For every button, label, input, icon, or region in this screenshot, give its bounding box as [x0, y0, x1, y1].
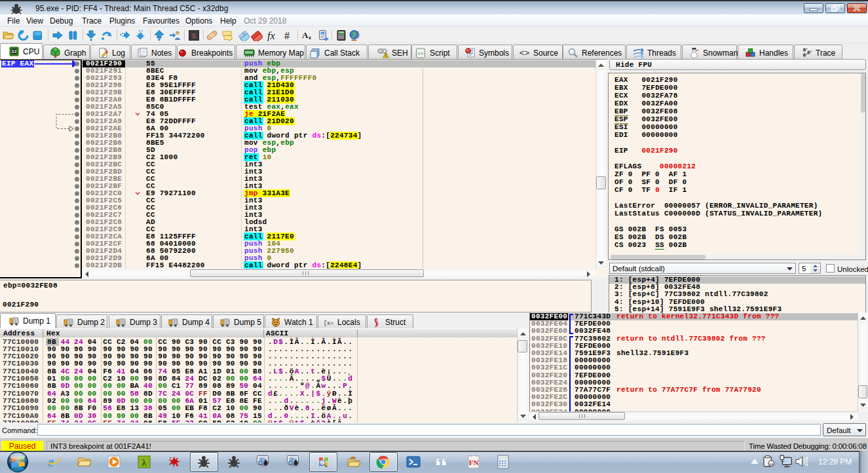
svg-text:e: e — [48, 454, 54, 470]
svg-text:λ: λ — [142, 457, 147, 468]
svg-text:FN: FN — [469, 459, 479, 466]
svg-text:fx: fx — [267, 30, 275, 42]
svg-text:<>: <> — [519, 48, 530, 58]
svg-text:[x=]: [x=] — [324, 320, 334, 327]
svg-text:<>: <> — [417, 50, 424, 56]
svg-text:!: ! — [385, 53, 387, 58]
svg-text:32: 32 — [12, 49, 17, 54]
svg-text:S: S — [192, 31, 197, 41]
svg-text:A: A — [302, 30, 309, 40]
svg-text:z: z — [309, 34, 311, 41]
svg-text:#: # — [284, 30, 290, 41]
